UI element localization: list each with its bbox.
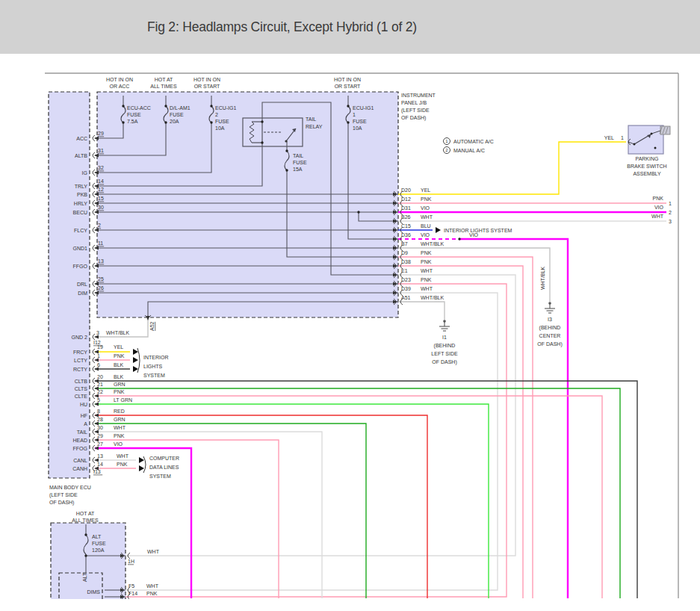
label: FFGO <box>73 264 88 269</box>
label: PNK <box>114 353 125 359</box>
label: D20 <box>401 187 411 193</box>
label: LCTY <box>74 358 87 363</box>
label: PNK <box>117 462 128 467</box>
label: WHT <box>421 214 433 220</box>
label: BECU <box>73 210 87 215</box>
label: FUSE <box>127 112 141 117</box>
label: HOT AT <box>76 511 95 516</box>
label: 3 <box>96 330 99 335</box>
label: 1H <box>128 559 134 564</box>
label: A52 <box>149 321 155 331</box>
label: GND1 <box>73 246 88 251</box>
label: 15 <box>98 196 104 201</box>
label: WHT <box>421 268 433 273</box>
label: PNK <box>114 433 125 438</box>
label: CLTB <box>75 379 88 384</box>
label: 19 <box>97 344 103 350</box>
label: WHT <box>421 286 433 291</box>
label: A51 <box>401 295 411 300</box>
label: D36 <box>401 232 411 238</box>
ground-i1-label: LEFT SIDE <box>431 351 458 356</box>
figure-title: Fig 2: Headlamps Circuit, Except Hybrid … <box>147 19 417 35</box>
wire-d38-pnk <box>398 266 523 598</box>
label: DIMS <box>87 589 101 595</box>
label: PNK <box>421 259 432 264</box>
label: DIM <box>78 291 87 296</box>
park-dot <box>654 147 657 149</box>
figure-title-bar: Fig 2: Headlamps Circuit, Except Hybrid … <box>0 0 700 54</box>
label: 29 <box>98 131 104 136</box>
junction-dot <box>122 121 124 123</box>
label: FRCY <box>73 350 87 355</box>
wire-d20-yel <box>398 142 626 194</box>
label: WHT <box>651 214 664 219</box>
label: 3 <box>669 219 672 224</box>
junction-dot <box>84 533 87 536</box>
label: 1 <box>353 112 356 117</box>
ground-i3-label: (BEHIND <box>539 325 561 331</box>
connector-a52-arrow <box>146 316 150 320</box>
label: D31 <box>401 205 411 211</box>
junction-dot <box>164 105 167 107</box>
label: SYSTEM <box>143 373 165 378</box>
pin-arrow-left <box>94 367 99 371</box>
system-arrow-icon <box>436 227 441 233</box>
label: 2 <box>98 223 101 228</box>
label: DRL <box>77 282 87 287</box>
label: HOT IN ON <box>193 77 220 82</box>
label: HRLY <box>74 201 87 206</box>
wire-hu-ltgrn <box>95 404 489 598</box>
label: 1 <box>97 353 100 359</box>
label: INSTRUMENT <box>401 93 436 98</box>
wire-a-grn <box>95 424 366 598</box>
label: 10A <box>353 125 362 131</box>
pin-arrow-left <box>94 264 99 268</box>
system-arrow-icon <box>133 366 138 372</box>
junction-dot <box>261 141 263 143</box>
label: 21 <box>97 382 103 387</box>
pin-arrow-left <box>94 359 99 362</box>
relay-pivot-dot <box>285 140 287 142</box>
label: PARKING <box>636 156 659 161</box>
junction-dot <box>458 238 460 240</box>
wire-a51-whtblk <box>398 302 445 320</box>
label: 30 <box>97 425 103 430</box>
label: HOT IN ON <box>334 77 361 82</box>
pin-arrow-left <box>94 403 99 406</box>
label: D39 <box>401 286 411 291</box>
label: BLU <box>421 223 431 229</box>
label: C15 <box>401 223 411 229</box>
label: B7 <box>401 241 408 246</box>
ground-i3-label: CENTER <box>539 333 561 338</box>
label: 28 <box>97 417 103 422</box>
brace <box>143 456 146 473</box>
legend-number: 1 <box>445 139 448 143</box>
label: ALL TIMES <box>150 84 177 89</box>
label: 14 <box>98 179 104 184</box>
junction-dot <box>347 105 349 107</box>
park-dot <box>651 133 653 135</box>
junction-dot <box>357 211 359 213</box>
label: A <box>84 421 87 427</box>
label: I13 <box>93 469 101 474</box>
pin-arrow-left <box>94 171 99 175</box>
label: (LEFT SIDE <box>401 108 430 114</box>
label: TAIL <box>306 117 316 122</box>
label: 29 <box>97 433 103 438</box>
system-arrow-icon <box>133 349 138 355</box>
label: FUSE <box>170 112 184 117</box>
junction-dot <box>347 121 349 123</box>
label: VIO <box>421 205 430 211</box>
label: VIO <box>469 232 479 238</box>
label: ALT <box>82 572 87 582</box>
junction-dot <box>210 105 212 107</box>
label: 7.5A <box>127 119 138 124</box>
junction-dot <box>210 121 212 123</box>
label: 1 <box>621 135 624 140</box>
wire-tail-wht <box>95 432 322 598</box>
label: ALT <box>92 534 102 539</box>
label: B26 <box>401 214 411 220</box>
pin-arrow-left <box>94 211 99 214</box>
label: OR START <box>194 84 220 89</box>
label: 15A <box>293 167 303 172</box>
